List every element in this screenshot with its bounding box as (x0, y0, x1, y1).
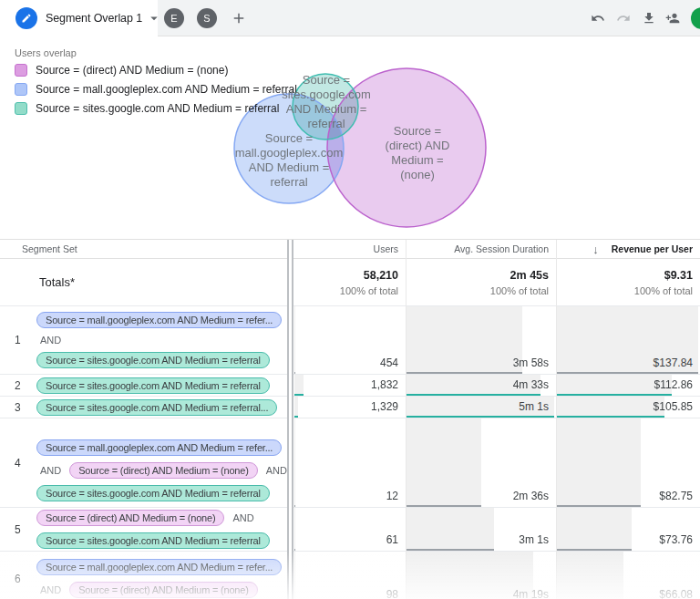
users-value: 61 (386, 533, 398, 546)
legend-label: Source = sites.google.com AND Medium = r… (36, 102, 279, 115)
panel-title: Users overlap (15, 47, 77, 58)
table-header: Segment Set Users Avg. Session Duration … (0, 240, 700, 259)
segment-chip-blue[interactable]: Source = mall.googleplex.com AND Medium … (36, 439, 282, 456)
totals-users: 58,210 (364, 269, 398, 282)
legend-label: Source = (direct) AND Medium = (none) (36, 64, 228, 77)
users-bar (294, 418, 295, 507)
session-cell: 3m 58s (406, 306, 556, 374)
segment-chip-teal[interactable]: Source = sites.google.com AND Medium = r… (36, 352, 270, 368)
legend-item: Source = (direct) AND Medium = (none) (15, 64, 297, 77)
chevron-down-icon[interactable] (146, 10, 162, 26)
revenue-bar (557, 508, 632, 551)
revenue-cell: $73.76 (556, 508, 700, 551)
segment-row-1: 1Source = mall.googleplex.com AND Medium… (0, 306, 700, 375)
users-cell: 1,329 (293, 397, 406, 418)
segment-chip-pink[interactable]: Source = (direct) AND Medium = (none) (69, 582, 257, 598)
segment-chip-blue[interactable]: Source = mall.googleplex.com AND Medium … (36, 312, 282, 328)
avatar-s[interactable]: S (197, 8, 217, 28)
legend: Source = (direct) AND Medium = (none)Sou… (15, 64, 297, 121)
session-bar (407, 306, 522, 374)
segment-chip-teal[interactable]: Source = sites.google.com AND Medium = r… (36, 399, 277, 416)
undo-icon[interactable] (591, 11, 605, 26)
users-cell: 12 (293, 418, 406, 507)
segment-chip-teal[interactable]: Source = sites.google.com AND Medium = r… (36, 377, 270, 394)
session-value: 3m 58s (513, 356, 549, 369)
users-cell: 98 (293, 552, 406, 599)
revenue-bar (557, 418, 641, 507)
avatar-e[interactable]: E (164, 8, 184, 28)
segment-chip-pink[interactable]: Source = (direct) AND Medium = (none) (69, 462, 257, 479)
users-cell: 1,832 (293, 375, 406, 396)
legend-label: Source = mall.googleplex.com AND Medium … (36, 83, 297, 96)
segment-row-2: 2Source = sites.google.com AND Medium = … (0, 375, 700, 397)
users-value: 1,329 (371, 400, 398, 413)
revenue-cell: $112.86 (556, 375, 700, 396)
revenue-cell: $82.75 (556, 418, 700, 507)
segment-chip-teal[interactable]: Source = sites.google.com AND Medium = r… (36, 485, 270, 501)
users-bar (294, 375, 304, 396)
col-revenue-per-user[interactable]: ↓Revenue per User (556, 243, 700, 256)
teal-swatch-icon (15, 102, 27, 115)
users-cell: 454 (293, 306, 406, 374)
row-number: 4 (15, 457, 21, 470)
revenue-value: $105.85 (654, 400, 693, 413)
row-number: 3 (15, 401, 21, 414)
pink-swatch-icon (15, 64, 27, 77)
row-number: 5 (15, 523, 21, 536)
segment-row-3: 3Source = sites.google.com AND Medium = … (0, 397, 700, 418)
session-cell: 2m 36s (406, 418, 556, 507)
users-bar (294, 397, 298, 418)
segment-table: Segment Set Users Avg. Session Duration … (0, 239, 700, 599)
col-avg-session-duration[interactable]: Avg. Session Duration (406, 243, 556, 254)
row-number: 1 (15, 334, 21, 346)
totals-row: Totals* 58,210100% of total 2m 45s100% o… (0, 259, 700, 306)
sort-descending-icon: ↓ (592, 243, 599, 256)
revenue-value: $137.84 (654, 356, 693, 369)
person-add-icon[interactable] (665, 11, 680, 26)
redo-icon[interactable] (616, 11, 631, 26)
and-operator: AND (232, 512, 253, 523)
revenue-value: $66.08 (659, 588, 693, 599)
revenue-cell: $66.08 (556, 552, 700, 599)
session-bar (407, 418, 481, 507)
revenue-cell: $137.84 (556, 306, 700, 374)
segment-chip-blue[interactable]: Source = mall.googleplex.com AND Medium … (36, 559, 282, 575)
segment-chip-teal[interactable]: Source = sites.google.com AND Medium = r… (36, 532, 270, 549)
users-cell: 61 (293, 508, 406, 551)
session-cell: 4m 19s (406, 552, 556, 599)
toolbar: Segment Overlap 1 E S (0, 0, 700, 36)
row-number: 2 (15, 379, 21, 392)
users-value: 1,832 (371, 378, 398, 391)
col-users[interactable]: Users (293, 243, 406, 254)
and-operator: AND (40, 584, 61, 595)
revenue-value: $112.86 (654, 378, 694, 391)
revenue-cell: $105.85 (556, 397, 700, 418)
add-tab-button[interactable] (228, 7, 250, 29)
col-segment-set[interactable]: Segment Set (0, 243, 293, 254)
totals-session: 2m 45s (510, 269, 549, 282)
exploration-tab[interactable]: Segment Overlap 1 (0, 0, 158, 36)
session-value: 4m 19s (513, 588, 549, 599)
share-badge-icon[interactable] (691, 7, 700, 29)
totals-revenue: $9.31 (664, 269, 693, 282)
revenue-value: $73.76 (659, 533, 693, 546)
revenue-value: $82.75 (659, 490, 693, 502)
segment-row-4: 4Source = mall.googleplex.com AND Medium… (0, 418, 700, 508)
session-value: 4m 33s (513, 378, 549, 391)
blue-swatch-icon (15, 83, 27, 96)
and-operator: AND (266, 465, 287, 476)
segment-row-5: 5Source = (direct) AND Medium = (none)AN… (0, 508, 700, 552)
users-bar (294, 306, 295, 374)
users-bar (294, 508, 295, 551)
row-number: 6 (15, 573, 21, 585)
legend-item: Source = mall.googleplex.com AND Medium … (15, 83, 297, 96)
edit-icon (15, 7, 37, 29)
session-cell: 5m 1s (406, 397, 556, 418)
users-value: 98 (386, 588, 398, 599)
users-value: 454 (380, 356, 398, 369)
users-bar (294, 552, 295, 599)
totals-label: Totals* (0, 259, 293, 305)
download-icon[interactable] (642, 11, 656, 26)
segment-chip-pink[interactable]: Source = (direct) AND Medium = (none) (36, 510, 224, 526)
column-resize-divider[interactable] (287, 240, 293, 599)
